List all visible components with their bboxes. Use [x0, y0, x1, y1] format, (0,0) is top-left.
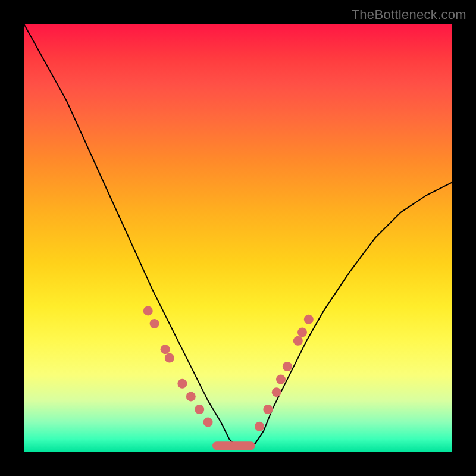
- chart-svg: [24, 24, 452, 452]
- curve-layer: [24, 24, 452, 448]
- marker-dot-right: [272, 387, 281, 397]
- marker-dot-left: [203, 418, 213, 427]
- bottleneck-curve: [24, 24, 452, 448]
- marker-dot-right: [276, 375, 286, 384]
- markers-layer: [143, 306, 314, 446]
- marker-dot-right: [255, 422, 264, 431]
- marker-dot-left: [186, 392, 196, 401]
- marker-dot-left: [195, 405, 204, 414]
- marker-dot-left: [161, 345, 170, 354]
- marker-dot-left: [143, 306, 153, 315]
- marker-dot-right: [298, 327, 307, 337]
- chart-frame: TheBottleneck.com: [0, 0, 476, 476]
- marker-dot-right: [263, 405, 273, 414]
- marker-dot-left: [165, 353, 174, 363]
- watermark-text: TheBottleneck.com: [352, 7, 466, 23]
- marker-dot-left: [150, 319, 159, 328]
- marker-dot-right: [283, 362, 292, 371]
- marker-dot-right: [304, 315, 314, 324]
- marker-dot-right: [293, 336, 303, 346]
- plot-area: [24, 24, 452, 452]
- marker-dot-left: [177, 379, 187, 389]
